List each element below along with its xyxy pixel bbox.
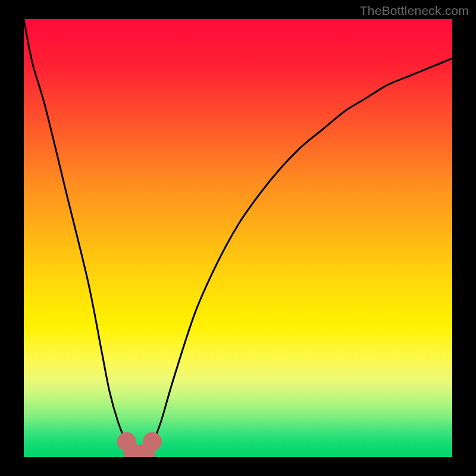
curve-layer bbox=[24, 19, 452, 457]
plot-area bbox=[24, 19, 452, 457]
marker-dot bbox=[147, 436, 158, 447]
chart-frame: TheBottleneck.com bbox=[0, 0, 476, 476]
bottleneck-curve bbox=[24, 19, 452, 457]
marker-band bbox=[121, 436, 158, 457]
attribution-text: TheBottleneck.com bbox=[360, 4, 469, 18]
